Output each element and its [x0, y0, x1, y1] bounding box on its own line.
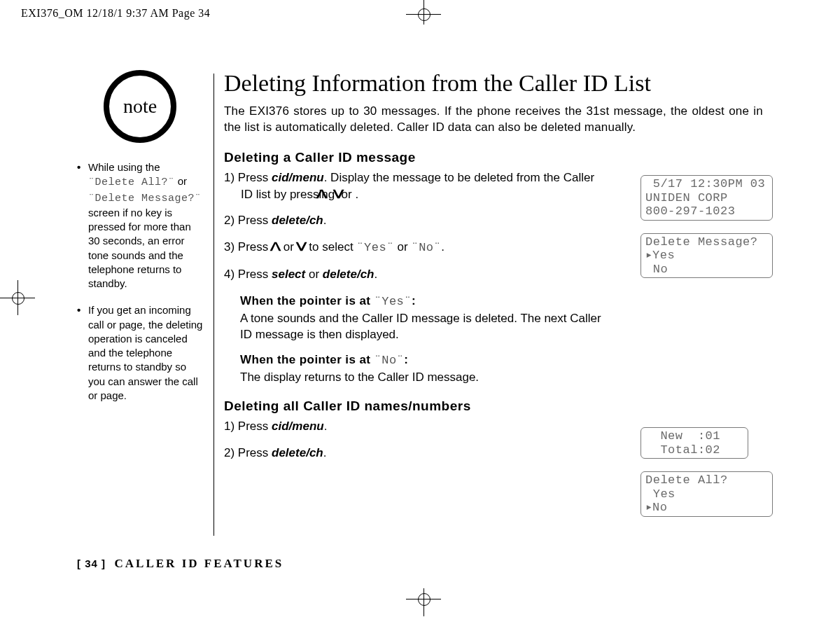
vertical-divider	[214, 74, 214, 536]
step: 2) Press delete/ch.	[224, 445, 602, 462]
note-text: If you get an incoming call or page, the…	[88, 303, 203, 403]
step: 2) Press delete/ch.	[224, 212, 602, 229]
result-no: When the pointer is at ¨No¨: The display…	[224, 352, 602, 386]
lcd-screen-callerid: 5/17 12:30PM 03 UNIDEN CORP 800-297-1023	[640, 175, 773, 221]
step: 1) Press cid/menu.	[224, 418, 602, 435]
main-column: Deleting Information from the Caller ID …	[224, 70, 763, 471]
bullet-icon: •	[77, 160, 85, 291]
page-footer: [ 34 ] CALLER ID FEATURES	[77, 557, 284, 571]
note-item: • While using the ¨Delete All?¨ or ¨Dele…	[77, 160, 203, 291]
down-arrow-icon: ᐯ	[296, 239, 307, 256]
note-badge-label: note	[123, 95, 157, 118]
note-text: While using the ¨Delete All?¨ or ¨Delete…	[88, 160, 203, 291]
lcd-screen-summary: New :01 Total:02	[640, 427, 748, 459]
step: 3) Press ᐱ or ᐯ to select ¨Yes¨ or ¨No¨.	[224, 239, 602, 256]
print-header-strip: EXI376_OM 12/18/1 9:37 AM Page 34	[21, 7, 210, 20]
bullet-icon: •	[77, 303, 85, 403]
step: 4) Press select or delete/ch.	[224, 266, 602, 283]
lcd-screen-delete-message: Delete Message? ▸Yes No	[640, 233, 773, 279]
page-number: [ 34 ]	[77, 557, 106, 569]
lcd-screens: 5/17 12:30PM 03 UNIDEN CORP 800-297-1023…	[640, 70, 773, 529]
steps-section-a: 1) Press cid/menu. Display the message t…	[224, 169, 602, 386]
up-arrow-icon: ᐱ	[270, 239, 281, 256]
pointer-icon: ▸	[645, 249, 652, 263]
note-list: • While using the ¨Delete All?¨ or ¨Dele…	[77, 160, 203, 403]
note-badge: note	[104, 70, 176, 143]
note-sidebar: note • While using the ¨Delete All?¨ or …	[77, 70, 203, 415]
step: 1) Press cid/menu. Display the message t…	[224, 169, 602, 203]
lcd-screen-delete-all: Delete All? Yes ▸No	[640, 471, 773, 517]
steps-section-b: 1) Press cid/menu. 2) Press delete/ch.	[224, 418, 602, 462]
pointer-icon: ▸	[645, 501, 652, 515]
result-yes: When the pointer is at ¨Yes¨: A tone sou…	[224, 293, 602, 343]
note-item: • If you get an incoming call or page, t…	[77, 303, 203, 403]
footer-title: CALLER ID FEATURES	[115, 557, 284, 570]
